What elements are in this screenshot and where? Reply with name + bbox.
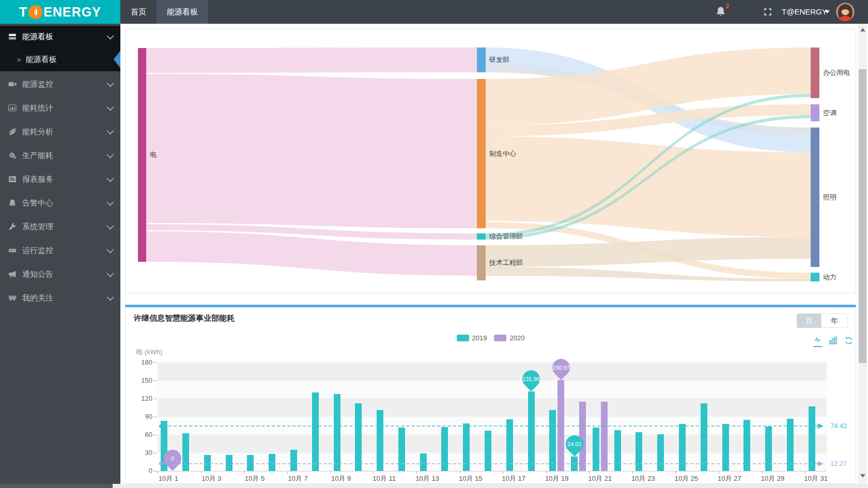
wrench-icon (7, 223, 18, 231)
tab-home[interactable]: 首页 (120, 0, 157, 24)
legend-label-2019: 2019 (472, 334, 487, 342)
sankey-node-label: 照明 (823, 193, 836, 201)
y-tick-label: 120 (132, 395, 152, 402)
x-tick-label: 10月 13 (407, 474, 448, 483)
x-tick-label: 10月 19 (536, 474, 578, 483)
sankey-node[interactable] (477, 48, 486, 72)
chevron-down-icon (106, 104, 114, 111)
x-tick-mark (416, 471, 417, 474)
x-tick-label: 10月 23 (623, 474, 664, 483)
double-chevron-icon: » (17, 55, 21, 64)
sankey-node[interactable] (811, 128, 819, 267)
sankey-node-label: 办公用电 (823, 69, 850, 76)
sidebar-item[interactable]: 能源监控 (0, 72, 120, 96)
bar-2019 (528, 391, 535, 471)
y-axis-name: 电 (kWh) (136, 348, 162, 357)
bar-2019 (441, 427, 448, 471)
sidebar-item[interactable]: 系统管理 (0, 215, 120, 239)
sidebar-item[interactable]: 告警中心 (0, 191, 120, 215)
sankey-link[interactable] (486, 237, 811, 267)
x-tick-mark (374, 471, 374, 474)
chevron-down-icon (106, 151, 114, 159)
sankey-node-label: 制造中心 (489, 150, 517, 158)
user-avatar[interactable] (836, 3, 855, 21)
bar-2019 (809, 406, 815, 471)
average-value-label: 74.42 (830, 422, 847, 430)
horizontal-scrollbar[interactable] (0, 484, 868, 488)
sankey-node-label: 动力 (823, 273, 836, 281)
bar-2019 (765, 427, 772, 471)
top-bar: TENERGY 首页 能源看板 2 T@ENERGY (0, 0, 868, 24)
markpoint-value: 131.96 (522, 376, 540, 382)
sidebar-item[interactable]: 运行监控 (0, 239, 120, 262)
scroll-up-arrow-icon[interactable] (860, 28, 865, 32)
x-axis-line (158, 471, 827, 471)
sankey-node[interactable] (811, 48, 819, 98)
legend-item-2020[interactable]: 2020 (494, 334, 525, 342)
sidebar-item[interactable]: 能耗统计 (0, 96, 120, 120)
legend-item-2019[interactable]: 2019 (457, 334, 487, 342)
sidebar-item[interactable]: 报表服务 (0, 167, 120, 191)
x-tick-mark (805, 471, 805, 474)
month-toggle-button[interactable]: 月 (797, 313, 821, 328)
vertical-scrollbar-thumb[interactable] (859, 69, 866, 363)
x-tick-label: 10月 9 (320, 474, 362, 483)
sidebar-group-energy-dashboard[interactable]: 能源看板 (0, 26, 120, 48)
sankey-node-label: 电 (150, 151, 157, 159)
sidebar-item[interactable]: ₩我的关注 (0, 286, 120, 310)
bar-2019 (593, 428, 599, 471)
sidebar-item-label: 通知公告 (22, 270, 53, 279)
sankey-node[interactable] (811, 104, 819, 121)
x-tick-label: 10月 15 (450, 474, 491, 483)
user-menu-caret-icon[interactable] (825, 10, 830, 13)
y-tick-mark (154, 363, 157, 363)
sankey-node[interactable] (138, 48, 146, 262)
sidebar-item[interactable]: 能耗分析 (0, 120, 120, 144)
bar-chart-view-icon[interactable] (829, 336, 838, 345)
active-item-arrow (114, 51, 120, 68)
user-menu[interactable]: T@ENERGY (782, 7, 827, 16)
fullscreen-icon[interactable] (763, 7, 772, 17)
sankey-node[interactable] (477, 233, 486, 240)
dashboard-icon (7, 33, 18, 41)
sankey-node[interactable] (477, 245, 486, 280)
y-tick-label: 180 (132, 358, 152, 366)
tab-energy-dashboard[interactable]: 能源看板 (157, 0, 208, 24)
average-value-label: 12.27 (830, 460, 847, 467)
sankey-link[interactable] (486, 136, 811, 237)
x-tick-label: 10月 3 (191, 474, 232, 483)
sidebar-item-energy-dashboard[interactable]: » 能源看板 (0, 48, 120, 71)
x-tick-label: 10月 21 (579, 474, 621, 483)
sankey-card: 电研发部制造中心综合管理部技术工程部办公用电空调照明动力 (125, 28, 856, 293)
vertical-scrollbar[interactable] (858, 24, 867, 484)
line-chart-view-icon[interactable] (813, 336, 822, 347)
sankey-node[interactable] (811, 273, 819, 281)
refresh-icon[interactable] (844, 336, 853, 345)
average-line-2019 (163, 426, 818, 427)
sankey-link[interactable] (146, 48, 477, 73)
horizontal-scrollbar-thumb[interactable] (0, 484, 113, 488)
sidebar-item[interactable]: 生产能耗 (0, 144, 120, 167)
camera-icon (7, 80, 18, 88)
sidebar-item[interactable]: 通知公告 (0, 262, 120, 286)
sankey-chart[interactable]: 电研发部制造中心综合管理部技术工程部办公用电空调照明动力 (126, 29, 856, 293)
x-tick-mark (719, 471, 719, 474)
x-tick-label: 10月 5 (234, 474, 275, 483)
x-tick-label: 10月 1 (148, 474, 189, 483)
scroll-down-arrow-icon[interactable] (860, 474, 865, 478)
year-toggle-button[interactable]: 年 (821, 313, 848, 328)
sankey-link[interactable] (146, 74, 477, 228)
logo-text-right: ENERGY (43, 5, 101, 20)
leaf-icon (7, 128, 18, 136)
app-logo: TENERGY (0, 0, 120, 24)
markpoint-value: 150.97 (552, 365, 570, 371)
sankey-node[interactable] (477, 79, 486, 228)
chevron-down-icon (106, 246, 114, 254)
sidebar-item-label: 报表服务 (22, 175, 53, 184)
notification-bell-icon[interactable] (716, 6, 726, 18)
sidebar-item-label: 能耗统计 (22, 103, 53, 113)
markpoint-value: 24.01 (567, 441, 582, 447)
legend-label-2020: 2020 (510, 334, 525, 342)
x-tick-mark (589, 471, 590, 474)
sidebar-item-label: 能耗分析 (22, 127, 53, 137)
